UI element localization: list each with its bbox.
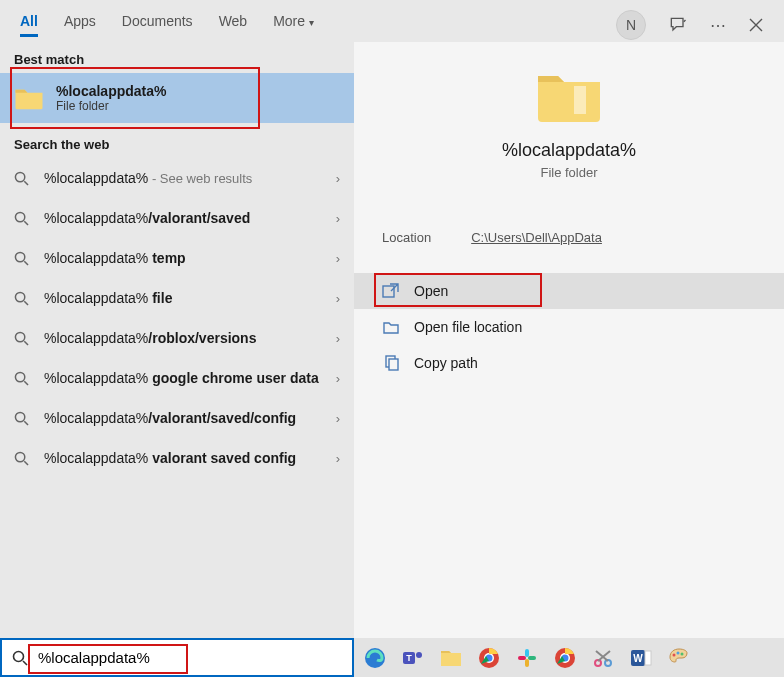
best-match-text: %localappdata% File folder (56, 83, 166, 113)
web-result-item[interactable]: %localappdata% file › (0, 278, 354, 318)
close-icon[interactable] (748, 17, 764, 33)
svg-rect-21 (528, 656, 536, 660)
feedback-icon[interactable] (668, 15, 688, 35)
folder-icon (14, 85, 44, 111)
svg-point-6 (15, 412, 24, 421)
svg-point-3 (15, 292, 24, 301)
search-icon (14, 451, 30, 466)
best-match-title: %localappdata% (56, 83, 166, 99)
web-result-item[interactable]: %localappdata%/valorant/saved/config › (0, 398, 354, 438)
search-input[interactable] (38, 649, 342, 666)
svg-point-1 (15, 212, 24, 221)
action-copy-path[interactable]: Copy path (354, 345, 784, 381)
header-bar: All Apps Documents Web More▾ N ⋯ (0, 0, 784, 42)
taskbar-app-snip[interactable] (590, 645, 616, 671)
svg-point-33 (677, 651, 680, 654)
svg-rect-22 (525, 659, 529, 667)
web-result-text: %localappdata% valorant saved config (44, 449, 322, 468)
search-icon (14, 371, 30, 386)
web-results-list: %localappdata% - See web results › %loca… (0, 158, 354, 478)
action-open-location[interactable]: Open file location (354, 309, 784, 345)
taskbar-app-chrome[interactable] (476, 645, 502, 671)
taskbar-app-word[interactable]: W (628, 645, 654, 671)
web-result-item[interactable]: %localappdata% temp › (0, 238, 354, 278)
svg-point-12 (14, 651, 24, 661)
main-area: Best match %localappdata% File folder Se… (0, 42, 784, 638)
svg-point-4 (15, 332, 24, 341)
svg-rect-11 (389, 359, 398, 370)
preview-subtitle: File folder (540, 165, 597, 180)
copy-icon (382, 355, 400, 371)
tab-apps[interactable]: Apps (64, 13, 96, 37)
action-label: Copy path (414, 355, 478, 371)
chevron-right-icon: › (336, 291, 340, 306)
search-icon (14, 211, 30, 226)
web-result-text: %localappdata%/valorant/saved (44, 209, 322, 228)
action-open[interactable]: Open (354, 273, 784, 309)
user-avatar[interactable]: N (616, 10, 646, 40)
chevron-right-icon: › (336, 331, 340, 346)
tab-documents[interactable]: Documents (122, 13, 193, 37)
svg-rect-8 (574, 86, 586, 114)
tab-web[interactable]: Web (219, 13, 248, 37)
tab-all[interactable]: All (20, 13, 38, 37)
search-icon (14, 251, 30, 266)
taskbar-app-edge[interactable] (362, 645, 388, 671)
action-label: Open (414, 283, 448, 299)
search-icon (14, 291, 30, 306)
web-result-text: %localappdata% temp (44, 249, 322, 268)
taskbar-app-teams[interactable]: T (400, 645, 426, 671)
folder-open-icon (382, 320, 400, 334)
tab-more[interactable]: More▾ (273, 13, 314, 37)
web-result-text: %localappdata% google chrome user data (44, 369, 322, 388)
web-result-item[interactable]: %localappdata% - See web results › (0, 158, 354, 198)
chevron-right-icon: › (336, 371, 340, 386)
svg-point-5 (15, 372, 24, 381)
search-icon (12, 650, 28, 666)
svg-point-2 (15, 252, 24, 261)
chevron-right-icon: › (336, 251, 340, 266)
svg-point-0 (15, 172, 24, 181)
svg-text:W: W (633, 653, 643, 664)
web-result-item[interactable]: %localappdata%/valorant/saved › (0, 198, 354, 238)
svg-rect-31 (645, 651, 651, 665)
svg-point-34 (681, 652, 684, 655)
open-icon (382, 283, 400, 299)
taskbar-app-explorer[interactable] (438, 645, 464, 671)
nav-tabs: All Apps Documents Web More▾ (20, 13, 314, 37)
search-icon (14, 411, 30, 426)
best-match-result[interactable]: %localappdata% File folder (0, 73, 354, 123)
taskbar-app-slack[interactable] (514, 645, 540, 671)
svg-rect-9 (383, 286, 394, 297)
location-value[interactable]: C:\Users\Dell\AppData (471, 230, 602, 245)
taskbar-app-chrome-2[interactable] (552, 645, 578, 671)
search-icon (14, 171, 30, 186)
best-match-label: Best match (0, 42, 354, 73)
web-result-text: %localappdata%/roblox/versions (44, 329, 322, 348)
web-result-item[interactable]: %localappdata%/roblox/versions › (0, 318, 354, 358)
preview-panel: %localappdata% File folder Location C:\U… (354, 42, 784, 638)
web-result-text: %localappdata% file (44, 289, 322, 308)
best-match-subtitle: File folder (56, 99, 166, 113)
chevron-right-icon: › (336, 451, 340, 466)
svg-rect-20 (525, 649, 529, 657)
svg-point-7 (15, 452, 24, 461)
more-options-icon[interactable]: ⋯ (710, 16, 726, 35)
chevron-down-icon: ▾ (309, 17, 314, 28)
web-result-item[interactable]: %localappdata% valorant saved config › (0, 438, 354, 478)
taskbar-app-paint[interactable] (666, 645, 692, 671)
action-label: Open file location (414, 319, 522, 335)
search-icon (14, 331, 30, 346)
web-result-item[interactable]: %localappdata% google chrome user data › (0, 358, 354, 398)
results-panel: Best match %localappdata% File folder Se… (0, 42, 354, 638)
location-row: Location C:\Users\Dell\AppData (354, 218, 784, 257)
svg-rect-23 (518, 656, 526, 660)
svg-point-32 (673, 653, 676, 656)
svg-text:T: T (406, 653, 412, 663)
web-result-text: %localappdata% - See web results (44, 169, 322, 188)
actions-list: Open Open file location Copy path (354, 273, 784, 381)
search-bar[interactable] (0, 638, 354, 677)
location-label: Location (382, 230, 431, 245)
header-right: N ⋯ (616, 10, 764, 40)
preview-header: %localappdata% File folder (354, 66, 784, 210)
